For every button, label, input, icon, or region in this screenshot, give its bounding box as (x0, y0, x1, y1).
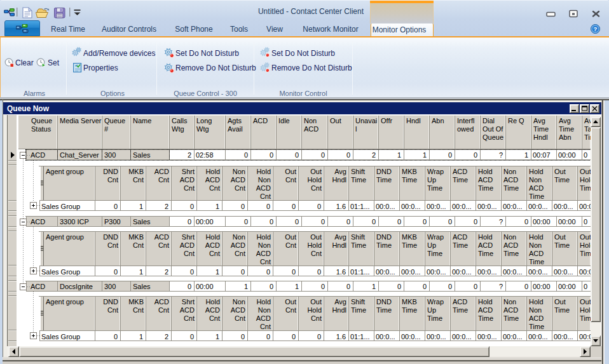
svg-text:?: ? (594, 25, 598, 32)
